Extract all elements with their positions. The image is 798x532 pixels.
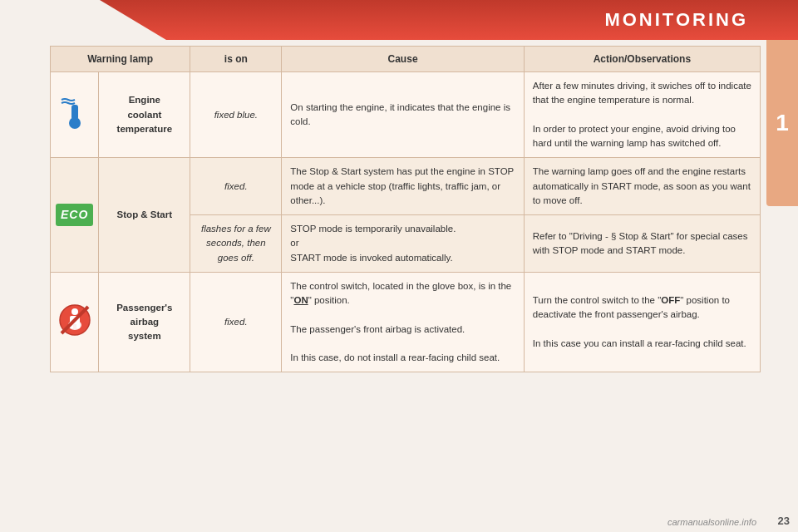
cause-engine-coolant: On starting the engine, it indicates tha…: [282, 72, 524, 158]
svg-rect-2: [73, 113, 76, 125]
warning-icon-eco: ECO: [51, 158, 99, 273]
on-text: ON: [293, 295, 308, 305]
action-stop-start-fixed: The warning lamp goes off and the engine…: [524, 158, 760, 215]
svg-point-4: [71, 308, 78, 315]
col-warning-lamp: Warning lamp: [51, 47, 190, 72]
table-header-row: Warning lamp is on Cause Action/Observat…: [51, 47, 761, 72]
page-number: 23: [778, 515, 790, 527]
warning-name-engine-coolant: Enginecoolanttemperature: [99, 72, 190, 158]
col-action: Action/Observations: [524, 47, 760, 72]
eco-icon: ECO: [56, 204, 93, 226]
warning-name-stop-start: Stop & Start: [99, 158, 190, 273]
chapter-number: 1: [776, 110, 789, 136]
cause-airbag: The control switch, located in the glove…: [282, 272, 524, 372]
cause-stop-start-fixed: The Stop & Start system has put the engi…: [282, 158, 524, 215]
temperature-icon: [60, 95, 90, 131]
action-airbag: Turn the control switch to the "OFF" pos…: [524, 272, 760, 372]
header-title: MONITORING: [604, 9, 748, 31]
is-on-fixed: fixed.: [190, 158, 282, 215]
warning-icon-cell: [51, 72, 99, 158]
table-row: ECO Stop & Start fixed. The Stop & Start…: [51, 158, 761, 215]
is-on-flashes: flashes for a few seconds, then goes off…: [190, 215, 282, 273]
svg-rect-8: [76, 323, 80, 328]
cause-stop-start-flashes: STOP mode is temporarily unavailable.orS…: [282, 215, 524, 273]
is-on-airbag: fixed.: [190, 272, 282, 372]
table-row: Passenger'sairbagsystem fixed. The contr…: [51, 272, 761, 372]
main-content: Warning lamp is on Cause Action/Observat…: [50, 46, 761, 507]
airbag-svg: [58, 302, 91, 338]
table-row: Enginecoolanttemperature fixed blue. On …: [51, 72, 761, 158]
warning-name-airbag: Passenger'sairbagsystem: [99, 272, 190, 372]
col-is-on: is on: [190, 47, 282, 72]
thermometer-svg: [60, 95, 90, 131]
header-bar: MONITORING: [0, 0, 798, 40]
col-cause: Cause: [282, 47, 524, 72]
off-text: OFF: [661, 295, 680, 305]
chapter-tab: 1: [766, 40, 798, 206]
is-on-fixed-blue: fixed blue.: [190, 72, 282, 158]
monitoring-table: Warning lamp is on Cause Action/Observat…: [50, 46, 761, 372]
warning-icon-airbag: [51, 272, 99, 372]
action-stop-start-flashes: Refer to "Driving - § Stop & Start" for …: [524, 215, 760, 273]
watermark: carmanualsonline.info: [667, 517, 756, 527]
action-engine-coolant: After a few minutes driving, it swiches …: [524, 72, 760, 158]
